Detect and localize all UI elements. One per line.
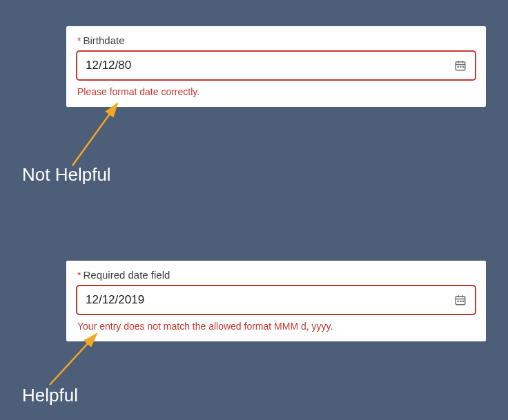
label-row: * Birthdate [77, 34, 476, 46]
required-indicator: * [77, 270, 81, 281]
input-value: 12/12/2019 [86, 293, 144, 307]
birthdate-input[interactable]: 12/12/80 [76, 50, 476, 81]
svg-rect-6 [462, 66, 464, 68]
required-indicator: * [77, 35, 81, 46]
svg-rect-4 [458, 66, 459, 68]
field-label: Birthdate [83, 34, 124, 46]
error-message: Please format date correctly. [77, 86, 476, 97]
label-row: * Required date field [77, 269, 476, 281]
calendar-icon[interactable] [454, 59, 467, 72]
svg-rect-5 [460, 66, 461, 68]
svg-rect-13 [460, 301, 461, 302]
calendar-icon[interactable] [454, 294, 467, 306]
field-label: Required date field [83, 269, 170, 281]
input-value: 12/12/80 [86, 59, 131, 72]
date-input[interactable]: 12/12/2019 [76, 285, 476, 315]
svg-rect-14 [462, 301, 464, 302]
error-message: Your entry does not match the allowed fo… [77, 321, 476, 332]
caption-not-helpful: Not Helpful [22, 164, 111, 186]
form-card-not-helpful: * Birthdate 12/12/80 Please format date … [66, 26, 486, 107]
svg-line-15 [50, 334, 97, 385]
svg-line-7 [72, 103, 117, 166]
caption-helpful: Helpful [22, 385, 78, 406]
form-card-helpful: * Required date field 12/12/2019 Your en… [66, 261, 486, 341]
svg-rect-12 [458, 301, 459, 302]
arrow-annotation-icon [62, 97, 131, 172]
